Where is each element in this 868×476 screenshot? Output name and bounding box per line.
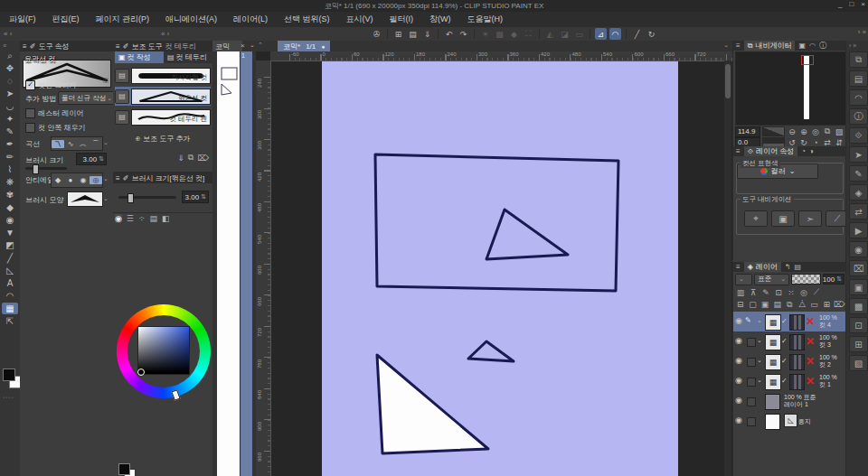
item-bank-palette-icon[interactable]: ◠ [849, 89, 868, 106]
tab-layer-property[interactable]: ⟐레이어 속성 [744, 146, 798, 156]
brush-size-value[interactable]: 3.00⇅ [76, 153, 107, 165]
lock-layer-icon[interactable]: ⊡ [773, 287, 784, 297]
select-checkbox[interactable] [747, 358, 756, 367]
chevron-down-icon[interactable]: ⌄ [757, 337, 762, 344]
add-method-dropdown[interactable]: 폴더 신규 작성⌄ [58, 91, 116, 105]
check-icon[interactable]: ✓ [781, 357, 788, 365]
tab-sub-view-icon[interactable]: ▣ [798, 42, 806, 50]
page-manager-scrollbar[interactable] [240, 51, 252, 476]
color-switch-dots[interactable]: ◦◦◦◦ [3, 395, 14, 400]
layer-row-cut3[interactable]: ◉ ⌄ ▦ ✓ ✕ 100 %컷 3 [733, 331, 846, 351]
frame-border-tool[interactable]: ▦ [2, 303, 18, 314]
menu-도움말(H)[interactable]: 도움말(H) [467, 14, 504, 25]
undo-icon[interactable]: ↶ [443, 28, 455, 40]
eye-icon[interactable]: ◉ [735, 415, 742, 425]
select-checkbox[interactable] [747, 378, 756, 387]
antialias-option-1[interactable]: ● [64, 176, 77, 184]
curve-type-selector[interactable]: 〽∿︿⌒ [51, 136, 103, 151]
pen-tool[interactable]: ✒ [2, 138, 18, 150]
layer-palette-icon[interactable]: ◈ [849, 184, 868, 201]
panel-menu-icon[interactable]: ≡ [116, 174, 120, 182]
auto-select-tool[interactable]: ✦ [2, 113, 18, 125]
brush-size-panel-slider[interactable] [118, 196, 176, 199]
collapse-handle-mid[interactable]: « ‹ [161, 30, 315, 38]
zoom-value[interactable]: 114.9 [735, 126, 760, 137]
dock-collapse-icons[interactable]: › » [849, 42, 868, 49]
decoration-tool[interactable]: ✾ [2, 189, 18, 201]
select-checkbox[interactable] [747, 338, 756, 347]
layer-mask-icon[interactable]: ▥ [735, 287, 746, 297]
color-slider-tab[interactable]: ☰ [127, 214, 134, 223]
scroll-tabs-left-icon[interactable]: ⌃ [258, 42, 263, 49]
zoom-out-icon[interactable]: ⊖ [787, 126, 797, 136]
snap-to-ruler-icon[interactable]: ⊿ [595, 28, 607, 40]
menu-애니메이션(A)[interactable]: 애니메이션(A) [165, 14, 217, 25]
new-vector-layer-icon[interactable]: ▣ [760, 300, 770, 310]
foreground-color-swatch[interactable] [3, 369, 15, 381]
collapse-handle-left[interactable]: « ‹ [4, 30, 157, 38]
create-mask-icon[interactable]: ⊞ [821, 300, 832, 310]
airbrush-tool[interactable]: ❋ [2, 176, 18, 188]
operate-frame-button[interactable]: ⌖ [744, 210, 768, 227]
antialias-option-2[interactable]: ◉ [77, 176, 90, 184]
enable-mask-icon[interactable]: ◎ [798, 287, 809, 297]
menu-편집(E)[interactable]: 편집(E) [52, 14, 80, 25]
brush-size-panel-value[interactable]: 3.00⇅ [182, 191, 209, 203]
draft-layer-icon[interactable]: ✎ [760, 287, 771, 297]
add-sub-tool-button[interactable]: ⊕ 보조 도구 추가 [113, 134, 212, 144]
selection-border-icon[interactable]: ▭ [573, 28, 585, 40]
tab-item-bank-icon[interactable]: ◠ [809, 42, 816, 50]
eye-icon[interactable]: ◉ [735, 376, 742, 385]
page-manager-tab[interactable]: 코믹 [212, 41, 242, 51]
eye-icon[interactable]: ◉ [735, 336, 742, 345]
clip-studio-logo-icon[interactable]: ✇ [371, 28, 382, 40]
tool-navigation-palette-icon[interactable]: ➤ [849, 146, 868, 163]
layer-row-cut1[interactable]: ◉ ⌄ ▦ ✓ ✕ 100 %컷 1 [733, 371, 846, 391]
clip-at-layer-below-icon[interactable]: ⊼ [748, 287, 759, 297]
open-file-icon[interactable]: ▤ [407, 28, 419, 40]
navigator-view-rectangle[interactable] [801, 55, 814, 65]
eyedropper-tool[interactable]: ✎ [2, 126, 18, 137]
material-color-pattern-icon[interactable]: ⌧ [849, 260, 868, 276]
select-frame-button[interactable]: ➣ [798, 210, 822, 227]
draw-cut-line-checkbox[interactable]: ✓ [25, 80, 35, 90]
lasso-tool[interactable]: ◡ [2, 100, 18, 112]
palette-color-dropdown[interactable]: ⌄ [735, 274, 752, 285]
panel-menu-icon[interactable]: ≡ [736, 147, 741, 155]
check-icon[interactable]: ✓ [781, 377, 788, 385]
delete-outside-selection-icon[interactable]: ▩ [494, 28, 505, 40]
color-wheel-tab[interactable]: ◉ [115, 214, 122, 223]
chevron-down-icon[interactable]: ⌄ [103, 195, 108, 202]
brush-shape-preview[interactable] [67, 191, 103, 207]
line-tool[interactable]: ╱ [2, 252, 18, 264]
deselect-icon[interactable]: ◭ [544, 28, 556, 40]
toolstrip-menu-icon[interactable]: ≡ [3, 42, 20, 49]
brush-tool[interactable]: ⌇ [2, 163, 18, 175]
move-tool[interactable]: ✥ [2, 62, 18, 74]
timeline-palette-icon[interactable]: ⇄ [849, 203, 868, 219]
merge-visible-icon[interactable]: ▭ [809, 300, 820, 310]
information-palette-icon[interactable]: ⓘ [849, 108, 868, 125]
blend-mode-dropdown[interactable]: 표준⌄ [754, 274, 789, 285]
invert-selection-icon[interactable]: ◪ [559, 28, 571, 40]
fill-inside-checkbox[interactable] [25, 123, 35, 133]
layer-row-paper[interactable]: ◉ ◺ 용지 [733, 411, 846, 431]
canvas-page[interactable] [322, 61, 678, 476]
snap-to-grid-icon[interactable]: ╱ [631, 28, 643, 40]
intermediate-color-tab[interactable]: ▤ [149, 214, 157, 223]
transfer-layer-icon[interactable]: ⧉ [785, 300, 796, 310]
tab-layer-folder-icon[interactable]: ▤ [795, 263, 802, 271]
fit-to-page-icon[interactable]: ▨ [834, 126, 844, 136]
check-icon[interactable]: ✓ [781, 337, 788, 345]
antialias-option-0[interactable]: ◆ [52, 176, 64, 184]
panel-menu-icon[interactable]: ≡ [23, 42, 27, 51]
menu-필터(I)[interactable]: 필터(I) [390, 14, 414, 25]
curve-option-0[interactable]: 〽 [52, 140, 64, 148]
new-folder-icon[interactable]: ▤ [772, 300, 783, 310]
panel-menu-icon[interactable]: ≡ [736, 263, 741, 271]
zoom-100-icon[interactable]: ◎ [810, 126, 821, 136]
save-export-icon[interactable]: ⇓ [421, 28, 433, 40]
menu-표시(V)[interactable]: 표시(V) [346, 14, 373, 25]
new-file-icon[interactable]: ⊞ [392, 28, 404, 40]
sv-selector-dot[interactable] [137, 369, 145, 376]
